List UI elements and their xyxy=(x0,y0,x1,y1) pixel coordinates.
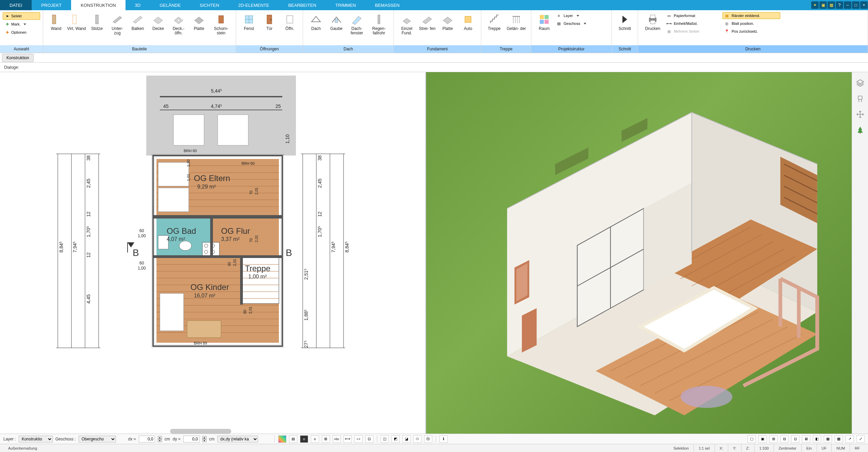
maximize-icon[interactable]: □ xyxy=(852,1,859,9)
dx-up-icon[interactable]: ▲ xyxy=(158,436,162,439)
fenster-button[interactable]: Fenst xyxy=(239,12,259,45)
tab-datei[interactable]: DATEI xyxy=(0,0,32,10)
tb-23[interactable]: ⊟ xyxy=(780,435,788,443)
balken-button[interactable]: Balken xyxy=(128,12,148,45)
layer-dropdown[interactable]: ≡Layer xyxy=(554,12,609,19)
platte-button[interactable]: Platte xyxy=(189,12,209,45)
tb-15[interactable]: ℹ xyxy=(439,435,448,443)
streifen-button[interactable]: Strei- fen xyxy=(417,12,437,45)
optionen-button[interactable]: ✚Optionen xyxy=(3,29,40,36)
svg-rect-59 xyxy=(158,162,189,186)
tb-3[interactable]: ≡ xyxy=(300,435,308,443)
papierformat-button[interactable]: ▭Papierformat xyxy=(665,12,722,19)
drucken-button[interactable]: Drucken xyxy=(641,12,665,45)
chair-icon[interactable] xyxy=(855,94,865,103)
gaube-button[interactable]: Gaube xyxy=(326,12,347,45)
tab-bemassen[interactable]: BEMASSEN xyxy=(365,0,409,10)
tb-25[interactable]: ⊠ xyxy=(802,435,810,443)
tb-13[interactable]: ⦵ xyxy=(413,435,421,443)
tab-trimmen[interactable]: TRIMMEN xyxy=(326,0,366,10)
blattpos-button[interactable]: ◎Blatt position. xyxy=(722,20,780,27)
view-3d[interactable] xyxy=(426,72,852,434)
tb-2[interactable]: ▤ xyxy=(289,435,297,443)
tb-11[interactable]: ◩ xyxy=(391,435,400,443)
tb-21[interactable]: ▣ xyxy=(758,435,767,443)
dy-up-icon[interactable]: ▲ xyxy=(202,436,206,439)
dx-input[interactable] xyxy=(139,436,155,442)
schnitt-button[interactable]: Schnitt xyxy=(615,12,635,45)
dx-down-icon[interactable]: ▼ xyxy=(158,439,162,442)
view-2d[interactable]: 5,44⁵ 4,74⁵ 45 25 xyxy=(0,72,426,434)
oeffnung-button[interactable]: Öffn. xyxy=(280,12,300,45)
tb-4[interactable]: ≡ xyxy=(311,435,319,443)
svg-text:BRH 80: BRH 80 xyxy=(241,161,255,165)
dach-button[interactable]: Dach xyxy=(306,12,326,45)
tab-2d-elemente[interactable]: 2D-ELEMENTE xyxy=(229,0,279,10)
geschoss-select[interactable]: Obergescho xyxy=(79,436,116,442)
wand-button[interactable]: Wand xyxy=(46,12,66,45)
treppe-button[interactable]: Treppe xyxy=(484,12,504,45)
tab-projekt[interactable]: PROJEKT xyxy=(32,0,71,10)
platte2-button[interactable]: Platte xyxy=(437,12,458,45)
minimize-icon[interactable]: – xyxy=(844,1,851,9)
tab-konstruktion[interactable]: KONSTRUKTION xyxy=(71,0,125,10)
tb-27[interactable]: ▦ xyxy=(824,435,832,443)
regenfallrohr-button[interactable]: Regen- fallrohr xyxy=(367,12,391,45)
mehrere-button[interactable]: ▦Mehrere Seiten xyxy=(665,28,722,35)
tuer-button[interactable]: Tür xyxy=(259,12,280,45)
konstruktion-chip[interactable]: Konstruktion xyxy=(2,54,34,62)
scrollbar-horizontal[interactable] xyxy=(170,429,231,434)
schornstein-button[interactable]: Schorn- stein xyxy=(209,12,233,45)
tab-sichten[interactable]: SICHTEN xyxy=(190,0,229,10)
einzelfund-button[interactable]: Einzel Fund. xyxy=(397,12,417,45)
gelaender-button[interactable]: Gelän- der xyxy=(504,12,528,45)
auto-button[interactable]: Auto xyxy=(458,12,478,45)
tb-14[interactable]: Ⓝ xyxy=(424,435,432,443)
tb-24[interactable]: ⊡ xyxy=(791,435,799,443)
svg-rect-0 xyxy=(52,15,56,24)
tb-10[interactable]: ◫ xyxy=(381,435,389,443)
tb-28[interactable]: ▩ xyxy=(835,435,843,443)
tb-9[interactable]: ⊡ xyxy=(365,435,373,443)
selekt-button[interactable]: ➤Selekt xyxy=(3,12,40,20)
tab-bearbeiten[interactable]: BEARBEITEN xyxy=(279,0,326,10)
tb-12[interactable]: ◪ xyxy=(402,435,411,443)
raender-button[interactable]: ▦Ränder einblend. xyxy=(722,12,780,19)
tb-5[interactable]: ⊞ xyxy=(322,435,330,443)
tool-icon-2[interactable]: ▣ xyxy=(819,1,827,9)
decke-button[interactable]: Decke xyxy=(148,12,168,45)
tool-icon-1[interactable]: ✦ xyxy=(811,1,819,9)
tb-30[interactable]: ⤢ xyxy=(856,435,865,443)
tab-gelaende[interactable]: GELÄNDE xyxy=(150,0,190,10)
dachfenster-button[interactable]: Dach- fenster xyxy=(347,12,367,45)
tree-icon[interactable] xyxy=(855,125,865,135)
tb-7[interactable]: ⟷ xyxy=(344,435,352,443)
side-panel xyxy=(852,72,868,434)
deckoeffn-button[interactable]: Deck.- öffn. xyxy=(168,12,189,45)
unterzug-button[interactable]: Unter- zug xyxy=(107,12,128,45)
tb-6[interactable]: Abc xyxy=(333,435,341,443)
tb-29[interactable]: ↗ xyxy=(846,435,854,443)
raum-button[interactable]: Raum xyxy=(534,12,554,45)
layer-select[interactable]: Konstruktio xyxy=(19,436,53,442)
tool-icon-3[interactable]: ▦ xyxy=(828,1,835,9)
tb-8[interactable]: 1,2 xyxy=(354,435,363,443)
posrueck-button[interactable]: 📍Pos zurücksetz. xyxy=(722,28,780,35)
geschoss-dropdown[interactable]: ▤Geschoss xyxy=(554,20,609,27)
mark-button[interactable]: ✥Mark. xyxy=(3,20,40,28)
layers-icon[interactable] xyxy=(855,78,865,88)
dy-input[interactable] xyxy=(183,436,200,442)
move-icon[interactable] xyxy=(855,110,865,119)
help-icon[interactable]: ? xyxy=(836,1,843,9)
mode-select[interactable]: dx,dy (relativ ka xyxy=(217,436,258,442)
stuetze-button[interactable]: Stütze xyxy=(87,12,107,45)
dy-down-icon[interactable]: ▼ xyxy=(202,439,206,442)
tb-20[interactable]: ▢ xyxy=(748,435,756,443)
tb-26[interactable]: ◧ xyxy=(813,435,821,443)
einheit-button[interactable]: ⟷Einheit/Maßst. xyxy=(665,20,722,27)
tb-22[interactable]: ⊞ xyxy=(769,435,778,443)
close-icon[interactable]: × xyxy=(860,1,868,9)
tab-3d[interactable]: 3D xyxy=(126,0,150,10)
virt-wand-button[interactable]: Virt. Wand xyxy=(66,12,87,45)
tb-1[interactable] xyxy=(278,435,286,443)
